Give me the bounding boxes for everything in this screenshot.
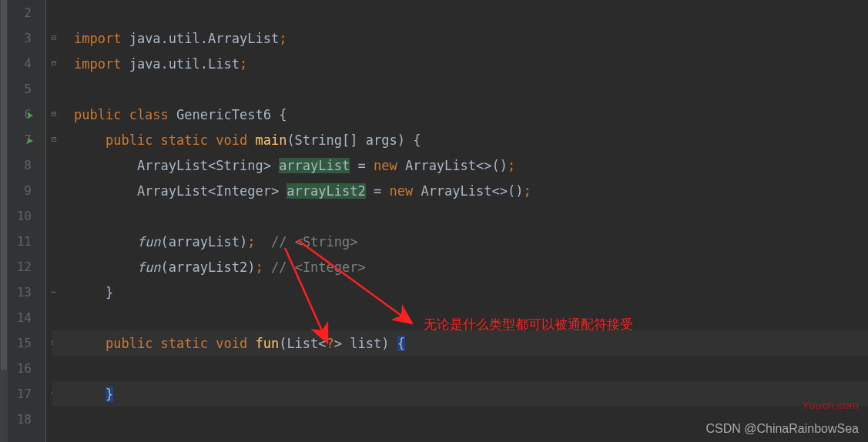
args: (arrayList)	[161, 234, 248, 249]
gutter-row-4[interactable]: 4	[0, 51, 45, 76]
method-name: fun	[255, 336, 279, 351]
semicolon: ;	[240, 56, 247, 72]
type: ArrayList<>()	[405, 158, 508, 173]
code-line-12[interactable]: fun(arrayList2); // <Integer>	[52, 254, 868, 280]
code-line-3[interactable]: import java.util.ArrayList;	[52, 25, 868, 51]
class-name: GenericTest6	[176, 107, 279, 122]
gutter-row-8[interactable]: 8	[0, 152, 45, 178]
code-editor: 23456▶7▶89101112131415161718 ⊟⊟⊟⊟⊟⌙⌙ imp…	[0, 0, 868, 442]
keyword: public class	[74, 107, 176, 122]
type: ArrayList<Integer>	[137, 183, 287, 199]
package: java.util.ArrayList	[129, 31, 279, 46]
gutter-row-14[interactable]: 14	[0, 305, 45, 330]
gutter-row-3[interactable]: 3	[0, 25, 45, 51]
code-line-15[interactable]: public static void fun(List<?> list) {	[52, 330, 868, 356]
run-icon[interactable]: ▶	[28, 135, 33, 146]
gutter-row-2[interactable]: 2	[0, 0, 45, 25]
brace-match: {	[397, 336, 405, 351]
keyword: new	[389, 183, 421, 199]
gutter-row-5[interactable]: 5	[0, 76, 45, 102]
eq: =	[350, 158, 374, 173]
code-area[interactable]: ⊟⊟⊟⊟⊟⌙⌙ import java.util.ArrayList; impo…	[46, 0, 868, 442]
method-name: main	[255, 132, 287, 148]
sp	[255, 234, 270, 249]
wildcard: ?	[327, 336, 334, 351]
code-line-6[interactable]: public class GenericTest6 {	[52, 102, 868, 127]
brace: }	[106, 285, 113, 300]
gutter-row-13[interactable]: 13	[0, 280, 45, 305]
package: java.util.List	[129, 56, 240, 72]
fn-call: fun	[137, 234, 161, 249]
gutter-row-12[interactable]: 12	[0, 254, 45, 280]
code-line-9[interactable]: ArrayList<Integer> arrayList2 = new Arra…	[52, 178, 868, 203]
code-line-4[interactable]: import java.util.List;	[52, 51, 868, 76]
code-line-13[interactable]: }	[52, 280, 868, 305]
gutter-row-11[interactable]: 11	[0, 229, 45, 254]
semicolon: ;	[255, 260, 263, 275]
gutter-row-15[interactable]: 15	[0, 330, 45, 356]
watermark-yuucn: Yuucn.com	[802, 398, 859, 411]
run-icon[interactable]: ▶	[28, 109, 33, 120]
comment: // <String>	[271, 234, 358, 249]
semicolon: ;	[247, 234, 255, 249]
keyword: new	[374, 158, 405, 173]
semicolon: ;	[523, 183, 531, 199]
code-line-16[interactable]	[52, 356, 868, 381]
comment: // <Integer>	[271, 260, 366, 275]
keyword: public static void	[106, 336, 255, 351]
sp	[263, 260, 271, 275]
type: ArrayList<String>	[137, 158, 279, 173]
type: ArrayList<>()	[421, 183, 523, 199]
code-line-7[interactable]: public static void main(String[] args) {	[52, 127, 868, 152]
watermark-csdn: CSDN @ChinaRainbowSea	[705, 422, 859, 436]
gutter-row-10[interactable]: 10	[0, 203, 45, 229]
signature: (String[] args) {	[287, 132, 421, 148]
code-line-17[interactable]: }	[52, 381, 868, 407]
var-highlight: arrayList	[279, 158, 350, 173]
brace-match: }	[106, 387, 113, 402]
var-highlight: arrayList2	[287, 183, 365, 199]
code-line-11[interactable]: fun(arrayList); // <String>	[52, 229, 868, 254]
fn-call: fun	[137, 260, 161, 275]
annotation-text: 无论是什么类型都可以被通配符接受	[424, 316, 633, 333]
paren: (List<	[279, 336, 326, 351]
eq: =	[366, 183, 390, 199]
gutter-row-6[interactable]: 6▶	[0, 102, 45, 127]
gutter-row-7[interactable]: 7▶	[0, 127, 45, 152]
code-line-5[interactable]	[52, 76, 868, 102]
semicolon: ;	[508, 158, 515, 173]
gutter-row-17[interactable]: 17	[0, 381, 45, 407]
gutter-row-18[interactable]: 18	[0, 407, 45, 432]
keyword: import	[74, 56, 129, 72]
semicolon: ;	[279, 31, 287, 46]
gutter[interactable]: 23456▶7▶89101112131415161718	[0, 0, 46, 442]
keyword: public static void	[106, 132, 255, 148]
paren: > list)	[334, 336, 397, 351]
brace: {	[279, 107, 287, 122]
args: (arrayList2)	[161, 260, 256, 275]
code-line-8[interactable]: ArrayList<String> arrayList = new ArrayL…	[52, 152, 868, 178]
code-line-2[interactable]	[52, 0, 868, 25]
keyword: import	[74, 31, 129, 46]
code-line-10[interactable]	[52, 203, 868, 229]
gutter-row-16[interactable]: 16	[0, 356, 45, 381]
gutter-row-9[interactable]: 9	[0, 178, 45, 203]
